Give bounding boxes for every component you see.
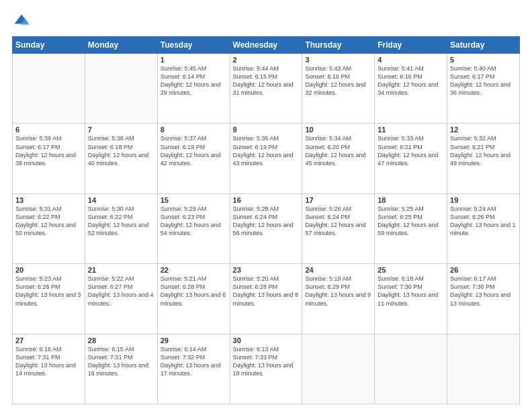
day-number: 29 bbox=[161, 336, 227, 345]
calendar-cell: 2Sunrise: 5:44 AM Sunset: 6:15 PM Daylig… bbox=[230, 54, 302, 124]
day-info: Sunrise: 5:39 AM Sunset: 6:17 PM Dayligh… bbox=[15, 134, 82, 167]
calendar-cell: 21Sunrise: 5:22 AM Sunset: 6:27 PM Dayli… bbox=[85, 264, 157, 334]
calendar-cell: 25Sunrise: 6:18 AM Sunset: 7:30 PM Dayli… bbox=[375, 264, 447, 334]
day-info: Sunrise: 5:22 AM Sunset: 6:27 PM Dayligh… bbox=[88, 275, 154, 308]
calendar-cell bbox=[375, 334, 447, 404]
day-info: Sunrise: 5:37 AM Sunset: 6:19 PM Dayligh… bbox=[161, 134, 227, 167]
calendar-cell: 15Sunrise: 5:29 AM Sunset: 6:23 PM Dayli… bbox=[157, 193, 230, 263]
calendar-header-row: SundayMondayTuesdayWednesdayThursdayFrid… bbox=[13, 37, 520, 54]
weekday-header: Sunday bbox=[13, 37, 85, 54]
day-info: Sunrise: 5:44 AM Sunset: 6:15 PM Dayligh… bbox=[233, 64, 300, 97]
calendar-cell: 14Sunrise: 5:30 AM Sunset: 6:22 PM Dayli… bbox=[85, 193, 157, 263]
calendar-cell bbox=[85, 54, 157, 124]
day-info: Sunrise: 5:24 AM Sunset: 6:26 PM Dayligh… bbox=[450, 205, 517, 238]
calendar-cell: 27Sunrise: 6:16 AM Sunset: 7:31 PM Dayli… bbox=[13, 334, 85, 404]
calendar-table: SundayMondayTuesdayWednesdayThursdayFrid… bbox=[12, 36, 520, 404]
header bbox=[12, 12, 520, 31]
day-number: 3 bbox=[305, 56, 371, 64]
calendar-cell: 19Sunrise: 5:24 AM Sunset: 6:26 PM Dayli… bbox=[447, 193, 520, 263]
day-info: Sunrise: 6:15 AM Sunset: 7:31 PM Dayligh… bbox=[88, 345, 154, 378]
calendar-cell: 17Sunrise: 5:26 AM Sunset: 6:24 PM Dayli… bbox=[302, 193, 375, 263]
calendar-cell: 20Sunrise: 5:23 AM Sunset: 6:26 PM Dayli… bbox=[13, 264, 85, 334]
calendar-cell: 12Sunrise: 5:32 AM Sunset: 6:21 PM Dayli… bbox=[447, 124, 520, 193]
calendar-cell bbox=[447, 334, 520, 404]
day-info: Sunrise: 5:40 AM Sunset: 6:17 PM Dayligh… bbox=[450, 64, 517, 97]
calendar-cell: 5Sunrise: 5:40 AM Sunset: 6:17 PM Daylig… bbox=[447, 54, 520, 124]
day-number: 14 bbox=[88, 196, 154, 204]
day-number: 7 bbox=[88, 126, 154, 134]
day-info: Sunrise: 5:41 AM Sunset: 6:16 PM Dayligh… bbox=[378, 64, 444, 97]
calendar-cell bbox=[13, 54, 85, 124]
day-number: 30 bbox=[233, 336, 300, 345]
calendar-cell: 4Sunrise: 5:41 AM Sunset: 6:16 PM Daylig… bbox=[375, 54, 447, 124]
day-info: Sunrise: 5:21 AM Sunset: 6:28 PM Dayligh… bbox=[161, 275, 227, 308]
calendar-week-row: 20Sunrise: 5:23 AM Sunset: 6:26 PM Dayli… bbox=[13, 264, 520, 334]
day-info: Sunrise: 5:38 AM Sunset: 6:18 PM Dayligh… bbox=[88, 134, 154, 167]
calendar-cell: 16Sunrise: 5:28 AM Sunset: 6:24 PM Dayli… bbox=[230, 193, 302, 263]
day-number: 24 bbox=[305, 266, 371, 274]
day-number: 10 bbox=[305, 126, 371, 134]
calendar-cell: 29Sunrise: 6:14 AM Sunset: 7:32 PM Dayli… bbox=[157, 334, 230, 404]
calendar-cell: 11Sunrise: 5:33 AM Sunset: 6:21 PM Dayli… bbox=[375, 124, 447, 193]
day-number: 19 bbox=[450, 196, 517, 204]
day-number: 21 bbox=[88, 266, 154, 274]
day-number: 28 bbox=[88, 336, 154, 345]
day-info: Sunrise: 5:45 AM Sunset: 6:14 PM Dayligh… bbox=[161, 64, 227, 97]
calendar-cell: 13Sunrise: 5:31 AM Sunset: 6:22 PM Dayli… bbox=[13, 193, 85, 263]
calendar-week-row: 6Sunrise: 5:39 AM Sunset: 6:17 PM Daylig… bbox=[13, 124, 520, 193]
day-info: Sunrise: 6:14 AM Sunset: 7:32 PM Dayligh… bbox=[161, 345, 227, 378]
calendar-cell: 6Sunrise: 5:39 AM Sunset: 6:17 PM Daylig… bbox=[13, 124, 85, 193]
calendar-cell: 8Sunrise: 5:37 AM Sunset: 6:19 PM Daylig… bbox=[157, 124, 230, 193]
calendar-week-row: 1Sunrise: 5:45 AM Sunset: 6:14 PM Daylig… bbox=[13, 54, 520, 124]
day-info: Sunrise: 5:43 AM Sunset: 6:16 PM Dayligh… bbox=[305, 64, 371, 97]
day-number: 6 bbox=[15, 126, 82, 134]
calendar-week-row: 27Sunrise: 6:16 AM Sunset: 7:31 PM Dayli… bbox=[13, 334, 520, 404]
calendar-cell: 9Sunrise: 5:35 AM Sunset: 6:19 PM Daylig… bbox=[230, 124, 302, 193]
day-number: 9 bbox=[233, 126, 300, 134]
day-info: Sunrise: 5:26 AM Sunset: 6:24 PM Dayligh… bbox=[305, 205, 371, 238]
day-info: Sunrise: 5:35 AM Sunset: 6:19 PM Dayligh… bbox=[233, 134, 300, 167]
day-number: 17 bbox=[305, 196, 371, 204]
day-number: 27 bbox=[15, 336, 82, 345]
day-info: Sunrise: 5:29 AM Sunset: 6:23 PM Dayligh… bbox=[161, 205, 227, 238]
day-number: 16 bbox=[233, 196, 300, 204]
day-number: 26 bbox=[450, 266, 517, 274]
calendar-cell: 22Sunrise: 5:21 AM Sunset: 6:28 PM Dayli… bbox=[157, 264, 230, 334]
weekday-header: Monday bbox=[85, 37, 157, 54]
day-info: Sunrise: 6:16 AM Sunset: 7:31 PM Dayligh… bbox=[15, 345, 82, 378]
day-number: 18 bbox=[378, 196, 444, 204]
day-number: 25 bbox=[378, 266, 444, 274]
calendar-cell: 23Sunrise: 5:20 AM Sunset: 6:28 PM Dayli… bbox=[230, 264, 302, 334]
day-number: 8 bbox=[161, 126, 227, 134]
day-info: Sunrise: 5:23 AM Sunset: 6:26 PM Dayligh… bbox=[15, 275, 82, 308]
day-number: 20 bbox=[15, 266, 82, 274]
day-info: Sunrise: 5:19 AM Sunset: 6:29 PM Dayligh… bbox=[305, 275, 371, 308]
day-info: Sunrise: 6:17 AM Sunset: 7:30 PM Dayligh… bbox=[450, 275, 517, 308]
weekday-header: Saturday bbox=[447, 37, 520, 54]
day-number: 22 bbox=[161, 266, 227, 274]
day-info: Sunrise: 5:20 AM Sunset: 6:28 PM Dayligh… bbox=[233, 275, 300, 308]
day-info: Sunrise: 5:33 AM Sunset: 6:21 PM Dayligh… bbox=[378, 134, 444, 167]
logo bbox=[12, 12, 34, 31]
logo-icon bbox=[12, 12, 31, 31]
weekday-header: Friday bbox=[375, 37, 447, 54]
day-number: 11 bbox=[378, 126, 444, 134]
page: SundayMondayTuesdayWednesdayThursdayFrid… bbox=[0, 0, 532, 411]
calendar-cell: 26Sunrise: 6:17 AM Sunset: 7:30 PM Dayli… bbox=[447, 264, 520, 334]
day-info: Sunrise: 5:28 AM Sunset: 6:24 PM Dayligh… bbox=[233, 205, 300, 238]
calendar-week-row: 13Sunrise: 5:31 AM Sunset: 6:22 PM Dayli… bbox=[13, 193, 520, 263]
calendar-cell: 3Sunrise: 5:43 AM Sunset: 6:16 PM Daylig… bbox=[302, 54, 375, 124]
day-number: 13 bbox=[15, 196, 82, 204]
calendar-cell: 30Sunrise: 6:13 AM Sunset: 7:33 PM Dayli… bbox=[230, 334, 302, 404]
calendar-cell: 10Sunrise: 5:34 AM Sunset: 6:20 PM Dayli… bbox=[302, 124, 375, 193]
day-number: 1 bbox=[161, 56, 227, 64]
day-info: Sunrise: 6:18 AM Sunset: 7:30 PM Dayligh… bbox=[378, 275, 444, 308]
day-info: Sunrise: 5:32 AM Sunset: 6:21 PM Dayligh… bbox=[450, 134, 517, 167]
weekday-header: Wednesday bbox=[230, 37, 302, 54]
day-info: Sunrise: 5:25 AM Sunset: 6:25 PM Dayligh… bbox=[378, 205, 444, 238]
calendar-cell: 28Sunrise: 6:15 AM Sunset: 7:31 PM Dayli… bbox=[85, 334, 157, 404]
day-number: 15 bbox=[161, 196, 227, 204]
day-number: 2 bbox=[233, 56, 300, 64]
day-info: Sunrise: 5:31 AM Sunset: 6:22 PM Dayligh… bbox=[15, 205, 82, 238]
calendar-cell: 18Sunrise: 5:25 AM Sunset: 6:25 PM Dayli… bbox=[375, 193, 447, 263]
